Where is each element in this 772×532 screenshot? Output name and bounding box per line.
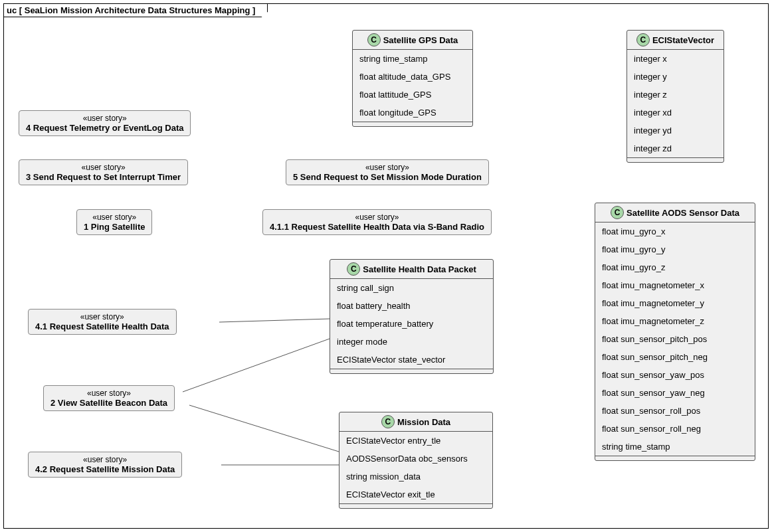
story-5-stereo: «user story» [293,163,482,172]
class-attr: float sun_sensor_yaw_pos [595,366,755,384]
class-attr: AODSSensorData obc_sensors [339,450,492,468]
class-attr: float imu_magnetometer_x [595,276,755,294]
story-41: «user story» 4.1 Request Satellite Healt… [28,309,177,335]
story-2-title: 2 View Satellite Beacon Data [50,398,167,408]
class-attr: integer x [627,50,724,68]
class-attr: float longitude_GPS [353,104,472,122]
story-42: «user story» 4.2 Request Satellite Missi… [28,452,182,478]
class-attr: float sun_sensor_pitch_pos [595,330,755,348]
story-2-stereo: «user story» [50,389,167,398]
story-3: «user story» 3 Send Request to Set Inter… [19,159,188,185]
class-eci-header: C ECIStateVector [627,31,724,50]
class-attr: integer z [627,86,724,104]
class-attr: float sun_sensor_yaw_neg [595,384,755,402]
story-5: «user story» 5 Send Request to Set Missi… [286,159,489,185]
class-mission-attrs: ECIStateVector entry_tle AODSSensorData … [339,432,492,503]
story-42-title: 4.2 Request Satellite Mission Data [35,464,175,474]
story-411: «user story» 4.1.1 Request Satellite Hea… [262,209,492,235]
class-attr: ECIStateVector state_vector [330,351,493,369]
class-footer [330,369,493,373]
story-5-title: 5 Send Request to Set Mission Mode Durat… [293,172,482,182]
class-attr: string call_sign [330,279,493,297]
class-gps-header: C Satellite GPS Data [353,31,472,50]
class-attr: float sun_sensor_roll_neg [595,420,755,438]
class-attr: ECIStateVector entry_tle [339,432,492,450]
story-41-stereo: «user story» [35,312,169,321]
class-attr: integer zd [627,139,724,157]
class-attr: float imu_gyro_x [595,222,755,240]
class-attr: integer y [627,68,724,86]
class-attr: integer mode [330,333,493,351]
class-eci-attrs: integer x integer y integer z integer xd… [627,50,724,157]
story-411-stereo: «user story» [270,213,484,222]
story-4-stereo: «user story» [26,114,183,123]
class-health-name: Satellite Health Data Packet [363,264,476,274]
class-gps-name: Satellite GPS Data [383,35,458,45]
class-icon: C [636,33,650,46]
class-icon: C [347,262,360,276]
class-footer [595,456,755,460]
class-gps-attrs: string time_stamp float altitude_data_GP… [353,50,472,122]
class-attr: float imu_gyro_y [595,240,755,258]
class-health-header: C Satellite Health Data Packet [330,260,493,279]
class-icon: C [381,415,395,428]
class-health: C Satellite Health Data Packet string ca… [330,259,494,374]
class-icon: C [611,206,624,219]
story-1-stereo: «user story» [84,213,145,222]
class-icon: C [367,33,381,46]
frame-title: uc [ SeaLion Mission Architecture Data S… [3,3,268,17]
class-aods-name: Satellite AODS Sensor Data [627,208,739,218]
class-attr: float imu_magnetometer_z [595,312,755,330]
story-4: «user story» 4 Request Telemetry or Even… [19,110,191,136]
class-attr: float lattitude_GPS [353,86,472,104]
class-attr: float battery_health [330,297,493,315]
class-aods-attrs: float imu_gyro_x float imu_gyro_y float … [595,222,755,456]
class-attr: ECIStateVector exit_tle [339,486,492,503]
class-attr: string time_stamp [353,50,472,68]
story-2: «user story» 2 View Satellite Beacon Dat… [43,385,175,411]
class-footer [627,157,724,162]
story-4-title: 4 Request Telemetry or EventLog Data [26,123,183,133]
class-attr: float imu_magnetometer_y [595,294,755,312]
class-attr: float altitude_data_GPS [353,68,472,86]
class-attr: string time_stamp [595,438,755,456]
class-health-attrs: string call_sign float battery_health fl… [330,279,493,369]
class-attr: float sun_sensor_roll_pos [595,402,755,420]
class-attr: string mission_data [339,468,492,486]
story-42-stereo: «user story» [35,455,175,464]
class-mission: C Mission Data ECIStateVector entry_tle … [339,412,493,509]
class-attr: integer yd [627,122,724,139]
class-eci-name: ECIStateVector [652,35,714,45]
class-aods-header: C Satellite AODS Sensor Data [595,203,755,222]
story-1: «user story» 1 Ping Satellite [76,209,152,235]
class-attr: float imu_gyro_z [595,258,755,276]
class-attr: integer xd [627,104,724,122]
class-footer [339,503,492,508]
story-3-stereo: «user story» [26,163,181,172]
class-attr: float temperature_battery [330,315,493,333]
class-footer [353,122,472,126]
story-3-title: 3 Send Request to Set Interrupt Timer [26,172,181,182]
story-411-title: 4.1.1 Request Satellite Health Data via … [270,222,484,232]
story-1-title: 1 Ping Satellite [84,222,145,232]
class-eci: C ECIStateVector integer x integer y int… [627,30,724,163]
story-41-title: 4.1 Request Satellite Health Data [35,321,169,331]
class-aods: C Satellite AODS Sensor Data float imu_g… [595,203,755,461]
class-mission-name: Mission Data [397,417,450,427]
class-attr: float sun_sensor_pitch_neg [595,348,755,366]
class-mission-header: C Mission Data [339,412,492,432]
class-gps: C Satellite GPS Data string time_stamp f… [352,30,473,127]
